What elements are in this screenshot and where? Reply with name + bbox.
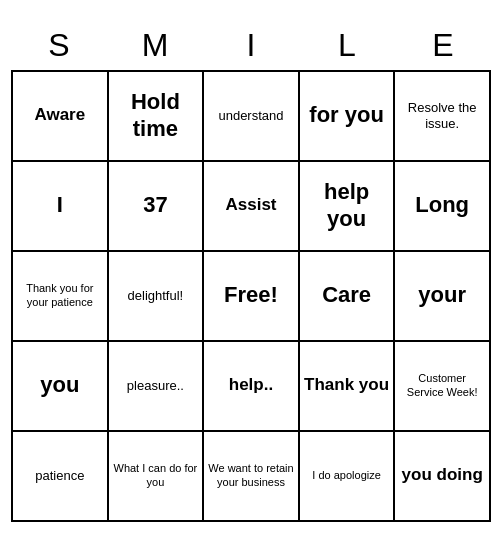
cell-text: Care: [322, 282, 371, 308]
cell-1-3: help you: [300, 162, 396, 252]
cell-4-3: I do apologize: [300, 432, 396, 522]
cell-1-1: 37: [109, 162, 205, 252]
cell-text: What I can do for you: [113, 462, 199, 488]
cell-text: Customer Service Week!: [399, 372, 485, 398]
cell-3-4: Customer Service Week!: [395, 342, 491, 432]
cell-text: help..: [229, 375, 273, 395]
cell-text: Thank you for your patience: [17, 282, 103, 308]
cell-text: help you: [304, 179, 390, 232]
cell-3-1: pleasure..: [109, 342, 205, 432]
cell-0-1: Hold time: [109, 72, 205, 162]
cell-text: for you: [309, 102, 384, 128]
cell-text: Assist: [225, 195, 276, 215]
cell-3-3: Thank you: [300, 342, 396, 432]
cell-2-4: your: [395, 252, 491, 342]
cell-text: you doing: [402, 465, 483, 485]
header-letter: I: [203, 23, 299, 68]
cell-text: Hold time: [113, 89, 199, 142]
cell-text: Long: [415, 192, 469, 218]
cell-1-2: Assist: [204, 162, 300, 252]
cell-text: We want to retain your business: [208, 462, 294, 488]
bingo-card: SMILE AwareHold timeunderstandfor youRes…: [11, 23, 491, 522]
cell-text: Thank you: [304, 375, 389, 395]
cell-text: your: [418, 282, 466, 308]
bingo-header: SMILE: [11, 23, 491, 68]
cell-4-4: you doing: [395, 432, 491, 522]
cell-0-4: Resolve the issue.: [395, 72, 491, 162]
cell-4-1: What I can do for you: [109, 432, 205, 522]
cell-3-0: you: [13, 342, 109, 432]
cell-text: I do apologize: [312, 469, 381, 482]
header-letter: M: [107, 23, 203, 68]
cell-0-3: for you: [300, 72, 396, 162]
cell-text: Resolve the issue.: [399, 100, 485, 131]
cell-2-2: Free!: [204, 252, 300, 342]
cell-text: you: [40, 372, 79, 398]
cell-4-2: We want to retain your business: [204, 432, 300, 522]
bingo-grid: AwareHold timeunderstandfor youResolve t…: [11, 70, 491, 522]
cell-4-0: patience: [13, 432, 109, 522]
header-letter: L: [299, 23, 395, 68]
cell-text: patience: [35, 468, 84, 484]
cell-0-2: understand: [204, 72, 300, 162]
cell-text: I: [57, 192, 63, 218]
cell-0-0: Aware: [13, 72, 109, 162]
cell-1-4: Long: [395, 162, 491, 252]
header-letter: E: [395, 23, 491, 68]
cell-text: Aware: [34, 105, 85, 125]
cell-1-0: I: [13, 162, 109, 252]
cell-2-0: Thank you for your patience: [13, 252, 109, 342]
cell-text: 37: [143, 192, 167, 218]
cell-text: delightful!: [128, 288, 184, 304]
cell-text: understand: [218, 108, 283, 124]
cell-text: Free!: [224, 282, 278, 308]
cell-3-2: help..: [204, 342, 300, 432]
cell-text: pleasure..: [127, 378, 184, 394]
header-letter: S: [11, 23, 107, 68]
cell-2-1: delightful!: [109, 252, 205, 342]
cell-2-3: Care: [300, 252, 396, 342]
